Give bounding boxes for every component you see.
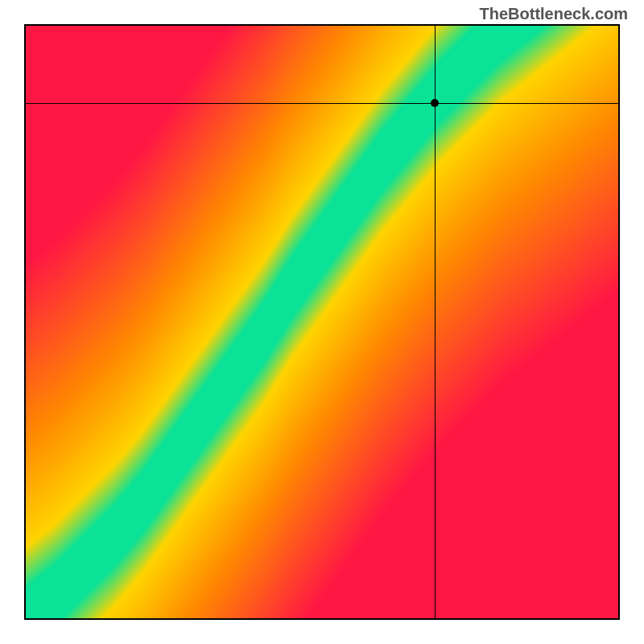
heatmap-canvas-wrap bbox=[26, 26, 618, 618]
watermark-text: TheBottleneck.com bbox=[480, 5, 628, 23]
plot-frame bbox=[24, 24, 620, 620]
crosshair-horizontal bbox=[26, 103, 618, 104]
heatmap-canvas bbox=[26, 26, 618, 618]
crosshair-vertical bbox=[435, 26, 436, 618]
chart-container: TheBottleneck.com bbox=[0, 0, 644, 644]
data-point-marker bbox=[431, 99, 439, 107]
